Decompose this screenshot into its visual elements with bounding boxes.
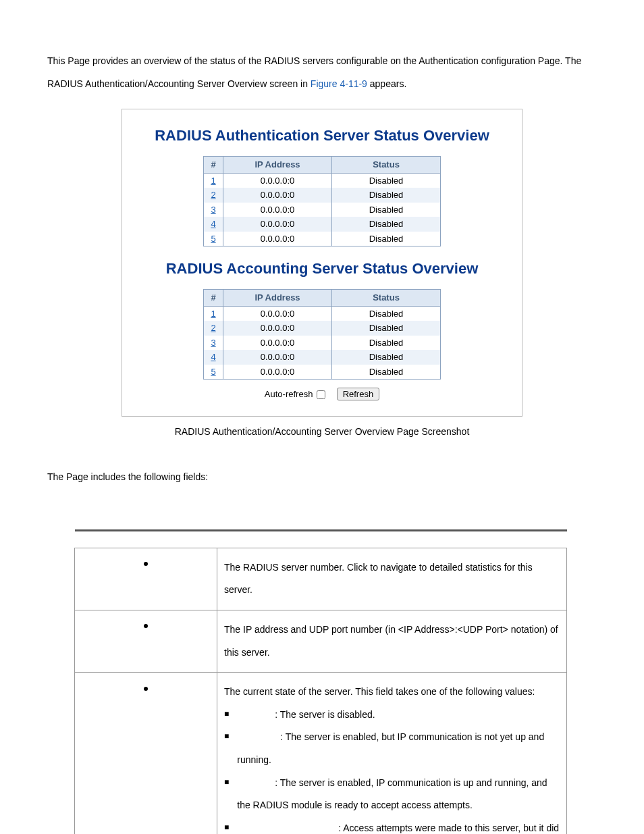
screenshot-figure: RADIUS Authentication Server Status Over… — [122, 109, 522, 417]
auth-row-link[interactable]: 3 — [211, 205, 215, 215]
field-desc-ip: The IP address and UDP port number (in <… — [217, 610, 567, 673]
field-object — [75, 548, 217, 610]
auth-title: RADIUS Authentication Server Status Over… — [136, 124, 508, 147]
figure-link[interactable]: Figure 4-11-9 — [311, 78, 367, 89]
field-object — [75, 610, 217, 673]
field-desc-num: The RADIUS server number. Click to navig… — [217, 548, 567, 610]
auth-row-link[interactable]: 2 — [211, 190, 215, 200]
table-header-ip: IP Address — [223, 157, 332, 174]
auth-row-link[interactable]: 4 — [211, 219, 215, 229]
acct-row-link[interactable]: 2 — [211, 323, 215, 333]
table-header-ip: IP Address — [223, 290, 332, 307]
fields-intro: The Page includes the following fields: — [47, 466, 597, 489]
acct-row-link[interactable]: 1 — [211, 309, 215, 319]
field-object — [75, 673, 217, 834]
field-header-desc — [217, 530, 567, 548]
table-header-status: Status — [332, 157, 441, 174]
table-header-num: # — [204, 157, 223, 174]
field-table: The RADIUS server number. Click to navig… — [74, 529, 567, 834]
autorefresh-checkbox[interactable] — [317, 390, 325, 399]
autorefresh-label: Auto-refresh — [265, 389, 313, 399]
field-desc-status: The current state of the server. This fi… — [217, 673, 567, 834]
acct-row-link[interactable]: 4 — [211, 352, 215, 362]
field-header-object — [75, 530, 217, 548]
table-header-num: # — [204, 290, 223, 307]
figure-caption: RADIUS Authentication/Accounting Server … — [47, 425, 597, 439]
acct-table: # IP Address Status 10.0.0.0:0Disabled 2… — [203, 289, 441, 380]
acct-title: RADIUS Accounting Server Status Overview — [136, 257, 508, 280]
auth-row-link[interactable]: 1 — [211, 176, 215, 186]
table-header-status: Status — [332, 290, 441, 307]
acct-row-link[interactable]: 3 — [211, 338, 215, 348]
auth-row-link[interactable]: 5 — [211, 234, 215, 244]
acct-row-link[interactable]: 5 — [211, 367, 215, 377]
intro-paragraph: This Page provides an overview of the st… — [47, 50, 597, 95]
refresh-button[interactable]: Refresh — [337, 388, 380, 400]
auth-table: # IP Address Status 10.0.0.0:0Disabled 2… — [203, 156, 441, 246]
